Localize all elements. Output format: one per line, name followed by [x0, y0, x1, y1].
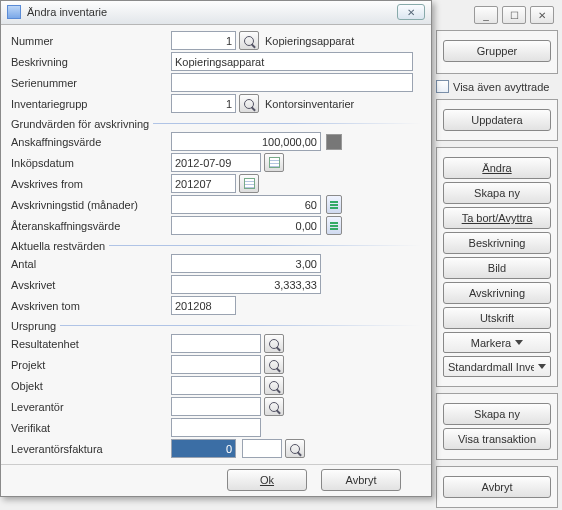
projekt-input[interactable]	[171, 355, 261, 374]
bild-button[interactable]: Bild	[443, 257, 551, 279]
nummer-label: Nummer	[11, 35, 171, 47]
leverantorsfaktura-input-2[interactable]	[242, 439, 282, 458]
nummer-lookup-button[interactable]	[239, 31, 259, 50]
color-indicator[interactable]	[326, 134, 342, 150]
avskrivningstid-label: Avskrivningstid (månader)	[11, 199, 171, 211]
beskrivning-label: Beskrivning	[11, 56, 171, 68]
ateranskaffning-label: Återanskaffningsvärde	[11, 220, 171, 232]
search-icon	[244, 36, 254, 46]
anskaffningsvarde-label: Anskaffningsvärde	[11, 136, 171, 148]
tabort-button[interactable]: Ta bort/Avyttra	[443, 207, 551, 229]
objekt-input[interactable]	[171, 376, 261, 395]
avskrives-calendar-button[interactable]	[239, 174, 259, 193]
group-grundvarden: Grundvärden för avskrivning	[11, 118, 149, 130]
avskriven-tom-label: Avskriven tom	[11, 300, 171, 312]
chevron-down-icon	[515, 340, 523, 345]
group-restvarden: Aktuella restvärden	[11, 240, 105, 252]
dialog-title: Ändra inventarie	[27, 6, 107, 18]
right-panel: Grupper Visa även avyttrade Uppdatera ▲ …	[436, 30, 558, 506]
visa-avyttrade-label: Visa även avyttrade	[453, 81, 549, 93]
avbryt-button[interactable]: Avbryt	[443, 476, 551, 498]
inventariegrupp-input[interactable]	[171, 94, 236, 113]
skapa-ny-button[interactable]: Skapa ny	[443, 182, 551, 204]
nummer-input[interactable]	[171, 31, 236, 50]
avskrivet-input[interactable]	[171, 275, 321, 294]
inkopsdatum-calendar-button[interactable]	[264, 153, 284, 172]
search-icon	[244, 99, 254, 109]
andra-inventarie-dialog: Ändra inventarie ✕ Nummer Kopieringsappa…	[0, 0, 432, 497]
inkopsdatum-input[interactable]	[171, 153, 261, 172]
resultatenhet-input[interactable]	[171, 334, 261, 353]
utskrift-button[interactable]: Utskrift	[443, 307, 551, 329]
avskrivningstid-input[interactable]	[171, 195, 321, 214]
ok-button[interactable]: Ok	[227, 469, 307, 491]
avskrives-from-input[interactable]	[171, 174, 236, 193]
search-icon	[269, 381, 279, 391]
grupper-button[interactable]: Grupper	[443, 40, 551, 62]
andra-button[interactable]: Ändra	[443, 157, 551, 179]
search-icon	[269, 339, 279, 349]
antal-input[interactable]	[171, 254, 321, 273]
ateranskaffning-input[interactable]	[171, 216, 321, 235]
leverantor-lookup-button[interactable]	[264, 397, 284, 416]
calendar-icon	[269, 157, 280, 168]
dialog-close-button[interactable]: ✕	[397, 4, 425, 20]
inventariegrupp-label: Inventariegrupp	[11, 98, 171, 110]
chevron-down-icon	[538, 364, 546, 369]
inkopsdatum-label: Inköpsdatum	[11, 157, 171, 169]
dialog-footer: Ok Avbryt	[1, 464, 431, 497]
cancel-button[interactable]: Avbryt	[321, 469, 401, 491]
grupp-description: Kontorsinventarier	[265, 98, 354, 110]
anskaffningsvarde-input[interactable]	[171, 132, 321, 151]
search-icon	[290, 444, 300, 454]
dialog-titlebar: Ändra inventarie ✕	[1, 1, 431, 25]
objekt-lookup-button[interactable]	[264, 376, 284, 395]
beskrivning-button[interactable]: Beskrivning	[443, 232, 551, 254]
beskrivning-input[interactable]	[171, 52, 413, 71]
serienummer-input[interactable]	[171, 73, 413, 92]
verifikat-input[interactable]	[171, 418, 261, 437]
search-icon	[269, 402, 279, 412]
nummer-description: Kopieringsapparat	[265, 35, 354, 47]
grupp-lookup-button[interactable]	[239, 94, 259, 113]
maximize-button[interactable]: ☐	[502, 6, 526, 24]
markera-select[interactable]: Markera	[443, 332, 551, 353]
avskrives-from-label: Avskrives from	[11, 178, 171, 190]
skapa-ny-button-2[interactable]: Skapa ny	[443, 403, 551, 425]
projekt-lookup-button[interactable]	[264, 355, 284, 374]
window-icon	[7, 5, 21, 19]
leverantorsfaktura-label: Leverantörsfaktura	[11, 443, 171, 455]
leverantor-input[interactable]	[171, 397, 261, 416]
tid-calc-button[interactable]	[326, 195, 342, 214]
verifikat-label: Verifikat	[11, 422, 171, 434]
calendar-icon	[244, 178, 255, 189]
group-ursprung: Ursprung	[11, 320, 56, 332]
antal-label: Antal	[11, 258, 171, 270]
resultatenhet-lookup-button[interactable]	[264, 334, 284, 353]
faktura-lookup-button[interactable]	[285, 439, 305, 458]
checkbox-icon	[436, 80, 449, 93]
resultatenhet-label: Resultatenhet	[11, 338, 171, 350]
search-icon	[269, 360, 279, 370]
serienummer-label: Serienummer	[11, 77, 171, 89]
objekt-label: Objekt	[11, 380, 171, 392]
standardmall-select[interactable]: Standardmall Inven	[443, 356, 551, 377]
close-button[interactable]: ✕	[530, 6, 554, 24]
minimize-button[interactable]: _	[474, 6, 498, 24]
visa-transaktion-button[interactable]: Visa transaktion	[443, 428, 551, 450]
avskrivet-label: Avskrivet	[11, 279, 171, 291]
projekt-label: Projekt	[11, 359, 171, 371]
leverantor-label: Leverantör	[11, 401, 171, 413]
avskrivning-button[interactable]: Avskrivning	[443, 282, 551, 304]
leverantorsfaktura-input[interactable]	[171, 439, 236, 458]
ater-calc-button[interactable]	[326, 216, 342, 235]
uppdatera-button[interactable]: Uppdatera	[443, 109, 551, 131]
avskriven-tom-input[interactable]	[171, 296, 236, 315]
visa-avyttrade-checkbox[interactable]: Visa även avyttrade	[436, 80, 558, 93]
parent-window-controls: _ ☐ ✕	[474, 6, 554, 24]
